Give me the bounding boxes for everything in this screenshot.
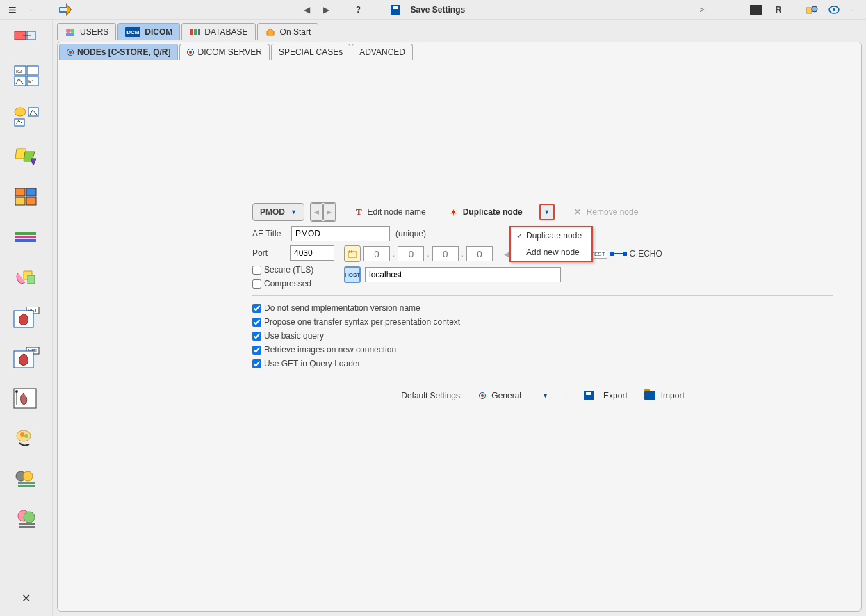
help-button[interactable]: ? (350, 2, 366, 17)
divider (252, 295, 833, 296)
svg-rect-23 (15, 239, 36, 242)
main-tabs: USERS DCM DICOM DATABASE On Start (57, 23, 862, 40)
sidebar-icon-6[interactable] (12, 225, 41, 250)
subtab-special[interactable]: SPECIAL CASEs (271, 44, 350, 60)
text-icon: T (356, 206, 362, 218)
triangle-left-icon: ◀ (504, 250, 509, 258)
target-icon (67, 49, 74, 56)
node-next[interactable]: ▶ (323, 203, 336, 221)
svg-rect-48 (194, 29, 197, 35)
svg-point-13 (15, 108, 26, 116)
sidebar-icon-12[interactable] (12, 507, 41, 532)
port-input[interactable] (290, 245, 334, 261)
svg-rect-15 (15, 119, 24, 126)
save-settings-button[interactable]: Save Settings (391, 5, 465, 15)
prev-button[interactable]: ◀ (299, 2, 314, 17)
subtab-advanced[interactable]: ADVANCED (352, 44, 413, 60)
host-input[interactable] (365, 267, 561, 282)
tab-onstart[interactable]: On Start (257, 23, 319, 40)
opt-transfer-syntax[interactable]: Propose one transfer syntax per presenta… (252, 317, 460, 327)
ip-input-2[interactable] (398, 246, 424, 261)
sidebar-icon-11[interactable] (12, 467, 41, 492)
terminal-icon[interactable] (749, 3, 763, 17)
import-button[interactable]: Import (644, 391, 685, 400)
dropdown-item-add[interactable]: Add new node (511, 244, 591, 261)
duplicate-dropdown-button[interactable]: ▼ (539, 204, 555, 220)
database-icon (189, 27, 200, 37)
sidebar-icon-9[interactable] (12, 386, 41, 411)
sidebar-icon-4[interactable] (12, 144, 41, 169)
svg-point-44 (66, 29, 70, 33)
svg-rect-18 (26, 188, 36, 196)
dropdown-item-duplicate[interactable]: ✓Duplicate node (511, 227, 591, 244)
chevron-down-icon: ▼ (542, 392, 548, 399)
sidebar-icon-1[interactable] (12, 23, 41, 48)
dcm-icon: DCM (125, 27, 140, 37)
svg-rect-46 (66, 33, 74, 36)
sidebar-icon-7[interactable] (12, 265, 41, 290)
host-button[interactable]: HOST (344, 266, 361, 283)
sidebar-icon-10[interactable] (12, 426, 41, 451)
svg-rect-42 (19, 523, 35, 525)
svg-rect-22 (15, 236, 36, 238)
ip-input-4[interactable] (466, 246, 493, 261)
eye-icon[interactable] (827, 3, 841, 17)
plugin-icon[interactable] (805, 3, 819, 17)
console-prompt[interactable]: > (695, 3, 709, 17)
top-toolbar: ≡ - ◀ ▶ ? Save Settings > R - (0, 0, 866, 20)
svg-point-34 (20, 432, 24, 437)
sidebar-icon-3[interactable] (12, 104, 41, 129)
node-select[interactable]: PMOD ▼ (252, 203, 304, 221)
forward-icon[interactable] (57, 1, 74, 18)
connector-icon (610, 250, 627, 257)
svg-rect-19 (15, 197, 25, 205)
sidebar: k2k1 PET MRI ✕ (0, 20, 53, 616)
sparkle-icon: ✶ (450, 207, 457, 218)
opt-basic-query[interactable]: Use basic query (252, 331, 324, 341)
close-button[interactable]: ✕ (12, 585, 41, 610)
folder-icon (644, 391, 655, 400)
tab-users[interactable]: USERS (57, 23, 116, 40)
tab-database[interactable]: DATABASE (181, 23, 255, 40)
duplicate-node[interactable]: Duplicate node (463, 207, 523, 217)
target-icon (187, 49, 194, 56)
ae-title-input[interactable] (291, 226, 390, 241)
sidebar-icon-5[interactable] (12, 184, 41, 209)
ae-title-label: AE Title (252, 229, 286, 238)
node-prev[interactable]: ◀ (311, 203, 323, 221)
minimize-button[interactable]: - (24, 2, 39, 17)
opt-use-get[interactable]: Use GET in Query Loader (252, 359, 361, 368)
export-button[interactable]: Export (584, 391, 628, 400)
users-icon (65, 27, 76, 37)
default-settings-label: Default Settings: (401, 391, 462, 400)
subtab-server[interactable]: DICOM SERVER (179, 44, 269, 60)
floppy-icon (584, 391, 594, 400)
next-button[interactable]: ▶ (318, 2, 334, 17)
divider (252, 378, 833, 378)
sidebar-icon-2[interactable]: k2k1 (12, 63, 41, 88)
opt-impl-version[interactable]: Do not send implementation version name (252, 303, 420, 313)
r-label[interactable]: R (771, 3, 785, 17)
ip-tool-button[interactable] (344, 245, 361, 262)
dropdown-menu: ✓Duplicate node Add new node (509, 226, 593, 262)
target-icon (479, 392, 486, 399)
ip-input-3[interactable] (432, 246, 459, 261)
svg-text:k2: k2 (16, 68, 22, 74)
sidebar-icon-pet[interactable]: PET (12, 305, 41, 330)
c-echo-button[interactable]: C-ECHO (630, 249, 662, 259)
svg-rect-49 (198, 29, 200, 35)
general-select[interactable]: General ▼ (479, 391, 548, 400)
minimize2-button[interactable]: - (845, 2, 860, 17)
secure-checkbox[interactable]: Secure (TLS) (252, 265, 334, 275)
ip-input-1[interactable] (363, 246, 390, 261)
sidebar-icon-mri[interactable]: MRI (12, 346, 41, 371)
svg-text:k1: k1 (28, 79, 35, 85)
edit-node-name[interactable]: Edit node name (368, 207, 426, 217)
menu-button[interactable]: ≡ (6, 1, 19, 19)
svg-point-37 (23, 471, 33, 481)
compressed-checkbox[interactable]: Compressed (252, 279, 334, 289)
subtab-nodes[interactable]: NODEs [C-STORE, Q/R] (59, 44, 178, 60)
tab-dicom[interactable]: DCM DICOM (117, 23, 180, 40)
svg-point-3 (833, 8, 835, 11)
opt-retrieve-new-conn[interactable]: Retrieve images on new connection (252, 345, 396, 355)
